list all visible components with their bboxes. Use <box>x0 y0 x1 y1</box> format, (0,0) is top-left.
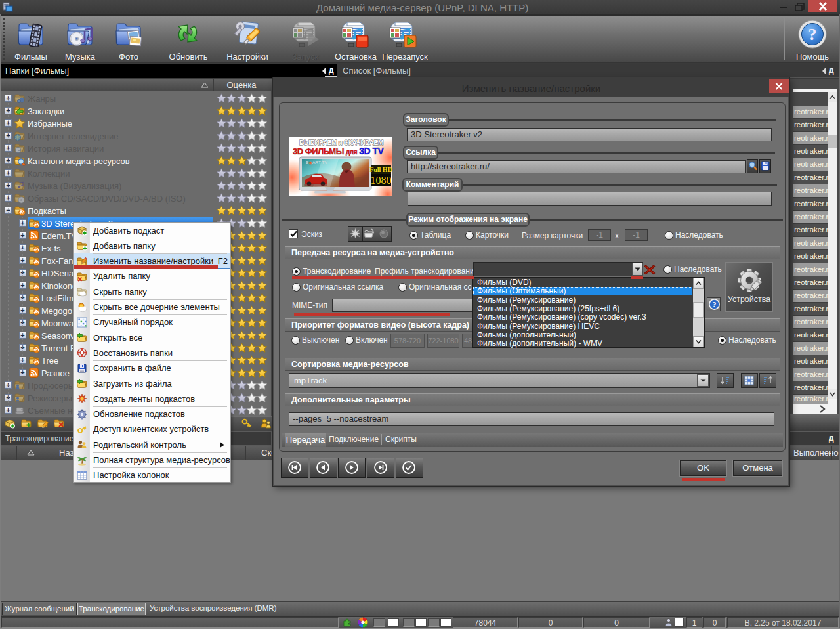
svg-text:Full HD: Full HD <box>369 166 392 173</box>
svg-text:?: ? <box>713 300 717 309</box>
svg-text:1080: 1080 <box>371 175 392 186</box>
svg-text:?: ? <box>808 25 817 44</box>
svg-text:S◉ART TV: S◉ART TV <box>306 160 327 165</box>
svg-text:3D ФИЛЬМЫ для 3D TV: 3D ФИЛЬМЫ для 3D TV <box>293 146 384 156</box>
